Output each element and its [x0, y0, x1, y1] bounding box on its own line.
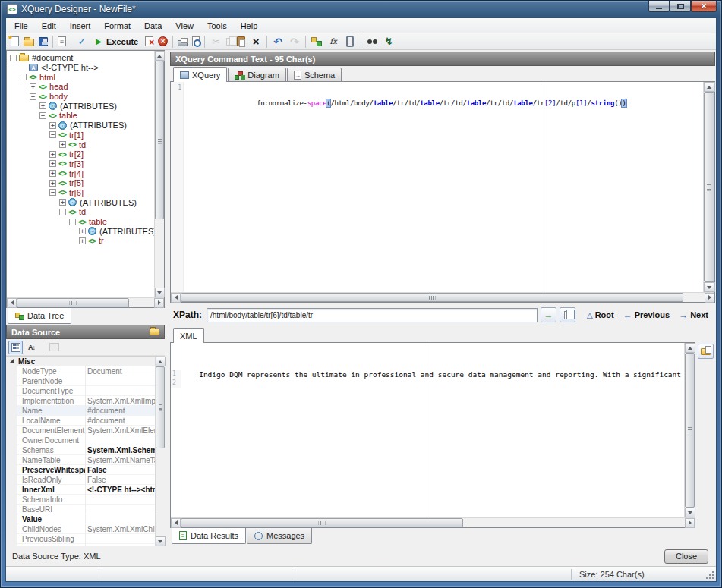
xpath-copy-button[interactable]	[560, 307, 575, 322]
property-row-innerxml[interactable]: InnerXml<!-CTYPE ht--><html	[6, 485, 155, 495]
scroll-up-button[interactable]	[704, 82, 715, 92]
menu-item-insert[interactable]: Insert	[63, 19, 98, 33]
tree-node-tr5[interactable]: +<>tr[5]	[7, 178, 154, 188]
toolbar-print-preview-button[interactable]	[190, 34, 202, 49]
scroll-right-button[interactable]	[154, 298, 164, 308]
scroll-down-button[interactable]	[704, 282, 715, 292]
property-row-childnodes[interactable]: ChildNodesSystem.Xml.XmlChildNod	[6, 524, 155, 534]
tree-expander-icon[interactable]: +	[49, 160, 56, 167]
property-row-documenttype[interactable]: DocumentType	[6, 386, 155, 396]
toolbar-function-fx-button[interactable]	[325, 34, 342, 49]
property-row-value[interactable]: Value	[6, 514, 155, 524]
tree-expander-icon[interactable]: −	[30, 93, 36, 100]
xquery-code-area[interactable]: fn:normalize-space(/html/body/table/tr/t…	[184, 82, 703, 292]
toolbar-new-file-button[interactable]	[8, 34, 21, 49]
menu-item-format[interactable]: Format	[97, 19, 137, 33]
property-row-schemas[interactable]: SchemasSystem.Xml.Schema.	[6, 445, 155, 455]
tree-node-document[interactable]: −#document	[7, 53, 154, 63]
property-row-implementation[interactable]: ImplementationSystem.Xml.XmlImplemen	[6, 396, 155, 406]
menu-item-help[interactable]: Help	[234, 19, 265, 33]
toolbar-find-binoculars-button[interactable]	[364, 34, 380, 49]
toolbar-paste-button[interactable]	[235, 34, 247, 49]
property-grid-scrollbar[interactable]	[155, 357, 165, 546]
toolbar-validate-document-button[interactable]	[55, 34, 68, 49]
maximize-button[interactable]	[670, 1, 691, 12]
tab-data-tree[interactable]: Data Tree	[8, 308, 71, 324]
menu-item-file[interactable]: File	[8, 19, 35, 33]
tab-xquery[interactable]: XQuery	[173, 67, 227, 82]
close-button[interactable]: Close	[664, 549, 708, 564]
close-window-button[interactable]: ×	[691, 1, 717, 12]
title-bar[interactable]: <> XQuery Designer - NewFile* ×	[1, 1, 721, 17]
xpath-go-button[interactable]	[541, 307, 556, 322]
property-row-baseuri[interactable]: BaseURI	[6, 505, 155, 514]
tree-expander-icon[interactable]: +	[30, 83, 36, 90]
tree-vertical-scrollbar[interactable]	[154, 51, 164, 297]
editor-horizontal-scrollbar[interactable]	[171, 292, 714, 302]
toolbar-undo-button[interactable]	[270, 34, 286, 49]
root-button[interactable]: △ Root	[583, 310, 618, 319]
tree-expander-icon[interactable]: −	[20, 74, 27, 80]
previous-button[interactable]: ← Previous	[620, 310, 673, 320]
tree-node-attributes[interactable]: +@(ATTRIBUTES)	[7, 121, 154, 130]
toolbar-execute-play-button[interactable]: Execute	[90, 34, 143, 49]
tree-expander-icon[interactable]: +	[39, 102, 46, 109]
tree-node-tr1[interactable]: −<>tr[1]	[7, 130, 154, 140]
tree-node-tr[interactable]: +<>tr	[7, 236, 154, 246]
tree-node-head[interactable]: +<>head	[7, 82, 154, 92]
scroll-left-button[interactable]	[171, 518, 181, 528]
scroll-left-button[interactable]	[171, 293, 181, 303]
results-horizontal-scrollbar[interactable]	[171, 517, 695, 527]
tree-node-td[interactable]: −<>td	[7, 207, 154, 217]
tree-node-td[interactable]: +<>td	[7, 140, 154, 149]
property-category[interactable]: Misc	[6, 357, 155, 366]
toolbar-clear-results-button[interactable]	[143, 34, 156, 49]
tree-expander-icon[interactable]: −	[69, 219, 76, 225]
tree-node-attributes[interactable]: +@(ATTRIBUTES)	[7, 101, 154, 111]
editor-vertical-scrollbar[interactable]	[703, 82, 714, 292]
scroll-down-button[interactable]	[156, 536, 166, 546]
resize-grip[interactable]	[705, 571, 715, 580]
scroll-up-button[interactable]	[155, 51, 165, 61]
tree-expander-icon[interactable]: −	[39, 112, 46, 119]
property-row-nametable[interactable]: NameTableSystem.Xml.NameTable	[6, 455, 155, 465]
property-row-schemainfo[interactable]: SchemaInfo	[6, 495, 155, 505]
next-button[interactable]: → Next	[675, 310, 712, 320]
property-row-previoussibling[interactable]: PreviousSibling	[6, 534, 155, 544]
tree-horizontal-scrollbar[interactable]	[7, 297, 164, 307]
tree-node-body[interactable]: −<>body	[7, 92, 154, 102]
property-row-name[interactable]: Name#document	[6, 406, 155, 416]
alphabetical-sort-button[interactable]	[24, 341, 39, 354]
property-row-documentelement[interactable]: DocumentElementSystem.Xml.XmlElement	[6, 426, 155, 435]
tab-diagram[interactable]: Diagram	[228, 68, 286, 82]
toolbar-attachment-button[interactable]	[342, 34, 358, 49]
export-results-button[interactable]	[698, 344, 714, 359]
scroll-up-button[interactable]	[685, 343, 695, 353]
toolbar-delete-button[interactable]	[247, 34, 264, 49]
tree-expander-icon[interactable]: +	[49, 151, 56, 158]
xpath-input[interactable]	[207, 308, 538, 322]
tree-node-tr4[interactable]: +<>tr[4]	[7, 168, 154, 178]
toolbar-run-exit-button[interactable]	[380, 34, 397, 49]
tree-expander-icon[interactable]: +	[49, 170, 56, 177]
tree-node-tr3[interactable]: +<>tr[3]	[7, 159, 154, 169]
toolbar-print-button[interactable]	[175, 34, 190, 49]
results-vertical-scrollbar[interactable]	[684, 343, 695, 517]
tree-expander-icon[interactable]: +	[49, 122, 56, 129]
menu-item-edit[interactable]: Edit	[35, 19, 63, 33]
tab-messages[interactable]: Messages	[247, 528, 312, 544]
menu-item-data[interactable]: Data	[137, 19, 169, 33]
menu-item-tools[interactable]: Tools	[200, 19, 234, 33]
tree-expander-icon[interactable]: +	[79, 228, 86, 234]
toolbar-stop-button[interactable]	[156, 34, 170, 49]
tree-expander-icon[interactable]: −	[49, 189, 56, 196]
scroll-right-button[interactable]	[705, 293, 714, 303]
toolbar-save-button[interactable]	[36, 34, 50, 49]
data-source-folder-icon[interactable]	[150, 329, 159, 335]
tree-node-tr2[interactable]: +<>tr[2]	[7, 149, 154, 159]
tab-data-results[interactable]: Data Results	[172, 528, 246, 544]
tree-expander-icon[interactable]: −	[59, 209, 66, 215]
scroll-down-button[interactable]	[155, 288, 165, 297]
tree-expander-icon[interactable]: +	[79, 237, 86, 244]
tab-xml[interactable]: XML	[173, 328, 204, 343]
